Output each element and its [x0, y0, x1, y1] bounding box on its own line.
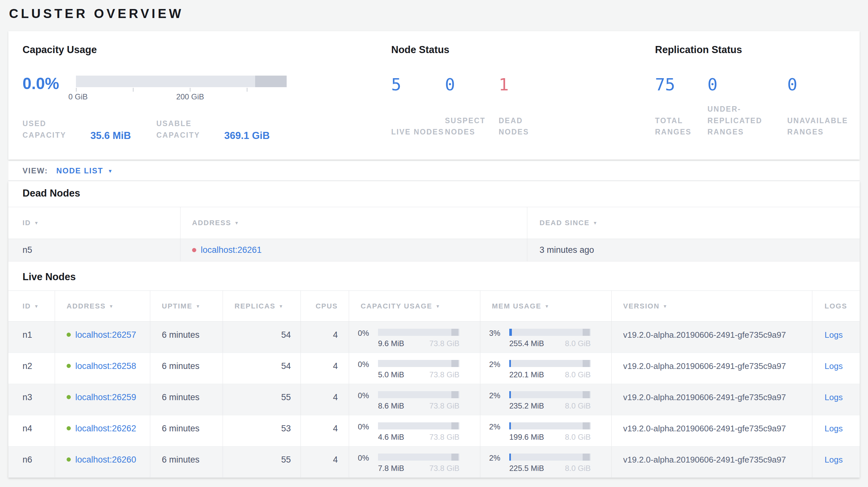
usable-capacity-label: USABLE CAPACITY	[156, 118, 213, 141]
node-replicas-cell: 55	[223, 447, 301, 477]
node-address-link[interactable]: localhost:26258	[75, 361, 136, 371]
usable-capacity-stat: USABLE CAPACITY 369.1 GiB	[156, 118, 270, 141]
node-address-link[interactable]: localhost:26259	[75, 392, 136, 402]
live-header-uptime[interactable]: UPTIME ▼	[150, 291, 223, 321]
capacity-usage-bar	[378, 391, 459, 398]
axis-label-zero: 0 GiB	[68, 92, 88, 101]
view-selector-bar: VIEW: NODE LIST ▼	[8, 161, 860, 181]
mem-bar-used-fill	[509, 329, 512, 336]
under-replicated-ranges-stat: 0 UNDER-REPLICATED RANGES	[708, 76, 787, 138]
dead-header-dead-since[interactable]: DEAD SINCE ▼	[527, 207, 860, 239]
dead-node-since-cell: 3 minutes ago	[527, 239, 860, 261]
sort-desc-icon: ▼	[663, 304, 667, 309]
live-header-version[interactable]: VERSION ▼	[611, 291, 812, 321]
live-header-id[interactable]: ID ▼	[8, 291, 55, 321]
view-dropdown-value: NODE LIST	[56, 166, 103, 175]
node-status-stats: 5 LIVE NODES 0 SUSPECT NODES 1 DEAD NODE…	[391, 76, 655, 138]
dead-nodes-count: 1	[499, 76, 555, 93]
axis-tick	[76, 88, 76, 92]
node-address-cell: localhost:26258	[55, 353, 150, 384]
node-address-link[interactable]: localhost:26260	[75, 455, 136, 465]
node-uptime-cell: 6 minutes	[150, 447, 223, 477]
node-address-cell: localhost:26259	[55, 384, 150, 415]
logs-link[interactable]: Logs	[825, 330, 843, 340]
table-row: n5 localhost:26261 3 minutes ago	[8, 239, 860, 261]
capacity-usage-bar	[378, 360, 459, 367]
node-logs-cell: Logs	[812, 384, 860, 415]
node-uptime-cell: 6 minutes	[150, 415, 223, 446]
live-header-mem-usage[interactable]: MEM USAGE ▼	[480, 291, 611, 321]
capacity-usage-title: Capacity Usage	[23, 44, 391, 56]
node-address-link[interactable]: localhost:26261	[201, 245, 261, 255]
node-capacity-usage-cell: 0% 5.0 MiB 73.8 GiB	[349, 353, 480, 384]
mem-bar-used-fill	[509, 391, 511, 398]
node-status-section: Node Status 5 LIVE NODES 0 SUSPECT NODES…	[391, 44, 655, 160]
live-nodes-label: LIVE NODES	[391, 126, 445, 138]
node-mem-usage-cell: 2% 199.6 MiB 8.0 GiB	[480, 415, 611, 446]
replication-stats: 75 TOTAL RANGES 0 UNDER-REPLICATED RANGE…	[655, 76, 860, 138]
sort-desc-icon: ▼	[34, 304, 39, 309]
node-uptime-cell: 6 minutes	[150, 322, 223, 353]
capacity-percent: 0.0%	[23, 75, 76, 102]
used-capacity-value: 35.6 MiB	[90, 130, 131, 141]
dead-header-address[interactable]: ADDRESS ▼	[180, 207, 527, 239]
mem-usage-bar	[509, 454, 591, 461]
node-version-cell: v19.2.0-alpha.20190606-2491-gfe735c9a97	[611, 384, 812, 415]
node-status-title: Node Status	[391, 44, 655, 56]
node-capacity-usage-cell: 0% 4.6 MiB 73.8 GiB	[349, 415, 480, 446]
capacity-usage-bar	[378, 422, 459, 429]
total-ranges-count: 75	[655, 76, 708, 93]
node-cpus-cell: 4	[301, 353, 349, 384]
cluster-summary-panel: Capacity Usage 0.0% 0 GiB 200 GiB	[8, 31, 860, 160]
view-dropdown[interactable]: NODE LIST ▼	[56, 166, 113, 175]
capacity-bar-reserved-segment	[255, 75, 287, 87]
node-live-dot-icon	[67, 333, 71, 337]
replication-status-title: Replication Status	[655, 44, 860, 56]
node-live-dot-icon	[67, 395, 71, 399]
sort-desc-icon: ▼	[196, 304, 200, 309]
under-replicated-label: UNDER-REPLICATED RANGES	[708, 104, 764, 138]
node-address-link[interactable]: localhost:26262	[75, 424, 136, 433]
node-live-dot-icon	[67, 457, 71, 462]
node-address-cell: localhost:26260	[55, 447, 150, 477]
suspect-nodes-label: SUSPECT NODES	[445, 115, 499, 138]
node-mem-usage-cell: 2% 235.2 MiB 8.0 GiB	[480, 384, 611, 415]
capacity-axis-labels: 0 GiB 200 GiB	[76, 92, 287, 102]
capacity-axis-ticks	[76, 87, 287, 92]
node-capacity-usage-cell: 0% 8.6 MiB 73.8 GiB	[349, 384, 480, 415]
live-header-capacity-usage[interactable]: CAPACITY USAGE ▼	[349, 291, 480, 321]
table-row: n4 localhost:26262 6 minutes 53 4 0% 4.6…	[8, 415, 860, 447]
logs-link[interactable]: Logs	[825, 392, 843, 402]
mem-bar-reserved-segment	[583, 391, 590, 398]
live-nodes-table-header: ID ▼ ADDRESS ▼ UPTIME ▼ REPLICAS ▼ CPUS …	[8, 290, 860, 322]
mem-usage-bar	[509, 329, 591, 336]
node-replicas-cell: 54	[223, 322, 301, 353]
node-capacity-usage-cell: 0% 7.8 MiB 73.8 GiB	[349, 447, 480, 477]
live-header-replicas[interactable]: REPLICAS ▼	[223, 291, 301, 321]
dead-header-id[interactable]: ID ▼	[8, 207, 180, 239]
table-row: n2 localhost:26258 6 minutes 54 4 0% 5.0…	[8, 353, 860, 384]
dead-nodes-stat: 1 DEAD NODES	[499, 76, 555, 138]
node-version-cell: v19.2.0-alpha.20190606-2491-gfe735c9a97	[611, 353, 812, 384]
capacity-usage-bar	[378, 329, 459, 336]
axis-tick	[247, 88, 247, 92]
logs-link[interactable]: Logs	[825, 361, 843, 371]
dead-nodes-label: DEAD NODES	[499, 115, 555, 138]
sort-desc-icon: ▼	[235, 220, 239, 226]
node-id-cell: n4	[8, 415, 55, 446]
node-mem-usage-cell: 2% 220.1 MiB 8.0 GiB	[480, 353, 611, 384]
suspect-nodes-count: 0	[445, 76, 499, 93]
under-replicated-count: 0	[708, 76, 787, 93]
logs-link[interactable]: Logs	[825, 455, 843, 465]
node-cpus-cell: 4	[301, 415, 349, 446]
unavailable-count: 0	[787, 76, 860, 93]
unavailable-ranges-stat: 0 UNAVAILABLE RANGES	[787, 76, 860, 138]
dead-node-address-cell: localhost:26261	[180, 239, 527, 261]
capacity-bar-zone: 0 GiB 200 GiB	[76, 75, 287, 102]
unavailable-label: UNAVAILABLE RANGES	[787, 115, 843, 138]
node-address-link[interactable]: localhost:26257	[75, 330, 136, 340]
used-capacity-stat: USED CAPACITY 35.6 MiB	[23, 118, 156, 141]
logs-link[interactable]: Logs	[825, 424, 843, 433]
live-header-address[interactable]: ADDRESS ▼	[55, 291, 150, 321]
suspect-nodes-stat: 0 SUSPECT NODES	[445, 76, 499, 138]
